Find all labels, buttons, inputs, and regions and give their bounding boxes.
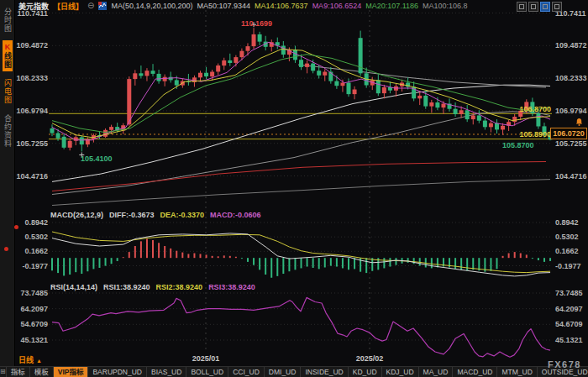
chart-pane-icon[interactable] bbox=[540, 2, 550, 12]
y-axis-label: 105.7255 bbox=[13, 139, 48, 148]
y-axis-label: 0.1662 bbox=[555, 247, 587, 255]
toolbar-tab-8[interactable]: INSIDE_UD bbox=[301, 367, 348, 377]
split-view-icon[interactable] bbox=[517, 2, 527, 12]
y-axis-label: 45.1321 bbox=[555, 336, 587, 344]
high-price-annotation: 110.1699 bbox=[241, 19, 272, 28]
toolbar-tab-2[interactable]: VIP指标 bbox=[54, 367, 89, 377]
y-axis-label: 109.4872 bbox=[555, 41, 587, 50]
expand-icon[interactable] bbox=[552, 2, 562, 12]
macd-dea-value: DEA:-0.3370 bbox=[160, 211, 205, 219]
notification-dot-icon bbox=[4, 247, 8, 251]
period-arrow-icon: ▲ bbox=[36, 358, 42, 364]
alert-bell-icon[interactable] bbox=[575, 115, 584, 130]
collapse-icon[interactable]: ⊖ bbox=[87, 2, 94, 10]
indicator-toolbar: ⊞指标模板VIP指标BARUPDN_UDBIAS_UDBOLL_UDCCI_UD… bbox=[0, 366, 588, 377]
y-axis-label: 54.6709 bbox=[555, 320, 587, 328]
y-axis-label: 45.1321 bbox=[13, 336, 48, 344]
y-axis-label: 108.2333 bbox=[555, 74, 587, 82]
rsi-panel-header: RSI(14,14,14)RSI1:38.9240RSI2:38.9240RSI… bbox=[50, 283, 261, 291]
y-axis-label: 73.7485 bbox=[13, 289, 48, 297]
toolbar-tab-1[interactable]: 模板 bbox=[30, 367, 54, 377]
ma-value-2: MA9:106.6524 bbox=[312, 2, 362, 10]
last-close-label: 105.8700 bbox=[502, 141, 534, 149]
x-axis-date-label: 2025/02 bbox=[356, 354, 384, 363]
toolbar-grid-icon[interactable]: ⊞ bbox=[0, 367, 7, 377]
toolbar-tab-11[interactable]: MA_UD bbox=[419, 367, 454, 377]
y-axis-label: 0.1662 bbox=[13, 247, 48, 255]
toolbar-tab-7[interactable]: DMI_UD bbox=[265, 367, 302, 377]
rsi2-value: RSI2:38.9240 bbox=[156, 283, 203, 291]
x-axis-row: 日线▲ 2025/012025/02 bbox=[15, 353, 588, 366]
y-axis-label: 0.5302 bbox=[13, 233, 48, 241]
macd-title: MACD(26,12,9) bbox=[50, 211, 103, 219]
symbol-title: 美元指数 bbox=[18, 1, 49, 12]
y-axis-label: 109.4872 bbox=[13, 41, 48, 50]
alert-dot-icon bbox=[14, 225, 18, 229]
chart-header: 美元指数 【日线】 ⊖ MA(50,14,9,20,100,200) MA50:… bbox=[18, 1, 472, 11]
rsi1-value: RSI1:38.9240 bbox=[103, 283, 150, 291]
y-axis-label: 0.8942 bbox=[13, 218, 48, 227]
chart-app: 分时图K线图闪电图合约资料 美元指数 【日线】 ⊖ MA(50,14,9,20,… bbox=[0, 0, 588, 377]
macd-macd-value: MACD:-0.0606 bbox=[210, 211, 261, 219]
rsi3-value: RSI3:38.9240 bbox=[208, 283, 255, 291]
ma-value-4: MA100:106.8 bbox=[423, 2, 468, 10]
toolbar-tab-5[interactable]: BOLL_UD bbox=[186, 367, 228, 377]
sidebar-item-1[interactable]: K线图 bbox=[3, 40, 13, 71]
ma-value-3: MA20:107.1186 bbox=[365, 2, 418, 10]
window-layout-icons bbox=[517, 2, 562, 12]
sidebar-item-2[interactable]: 闪电图 bbox=[3, 76, 13, 107]
macd-panel-header: MACD(26,12,9)DIFF:-0.3673DEA:-0.3370MACD… bbox=[50, 211, 267, 219]
chart-canvas bbox=[0, 0, 588, 377]
toolbar-tab-12[interactable]: MACD_UD bbox=[453, 367, 497, 377]
watermark: FX678 bbox=[548, 359, 581, 369]
macd-diff-value: DIFF:-0.3673 bbox=[109, 211, 155, 219]
period-selector[interactable]: 日线▲ bbox=[18, 354, 42, 365]
y-axis-label: 106.9794 bbox=[13, 107, 48, 115]
sidebar-item-0[interactable]: 分时图 bbox=[3, 5, 13, 35]
support-line-label: 105.8900 bbox=[509, 130, 551, 139]
y-axis-label: 0.8942 bbox=[555, 218, 587, 227]
y-axis-label: -0.1977 bbox=[13, 262, 48, 270]
ma-value-1: MA14:106.7637 bbox=[255, 2, 308, 10]
y-axis-label: -0.1977 bbox=[555, 262, 587, 270]
y-axis-label: 104.4716 bbox=[13, 172, 48, 181]
y-axis-label: 104.4716 bbox=[555, 172, 587, 181]
pane-icon[interactable] bbox=[528, 2, 538, 12]
toolbar-tab-4[interactable]: BIAS_UD bbox=[147, 367, 186, 377]
ma-legend-values: MA50:107.9344MA14:106.7637MA9:106.6524MA… bbox=[197, 2, 472, 10]
y-axis-label: 0.5302 bbox=[555, 233, 587, 241]
toolbar-tab-13[interactable]: MTM_UD bbox=[497, 367, 537, 377]
y-axis-label: 64.2097 bbox=[13, 305, 48, 313]
rsi-title: RSI(14,14,14) bbox=[50, 283, 97, 291]
y-axis-label: 105.7255 bbox=[555, 139, 587, 148]
low-price-annotation: 105.4100 bbox=[81, 154, 113, 163]
toolbar-tab-9[interactable]: KD_UD bbox=[349, 367, 382, 377]
toolbar-tab-3[interactable]: BARUPDN_UD bbox=[88, 367, 147, 377]
y-axis-label: 64.2097 bbox=[555, 305, 587, 313]
period-tag: 【日线】 bbox=[53, 1, 83, 12]
y-axis-label: 54.6709 bbox=[13, 320, 48, 328]
y-axis-label: 73.7485 bbox=[555, 289, 587, 297]
resistance-line-label: 106.8700 bbox=[509, 105, 551, 113]
left-sidebar: 分时图K线图闪电图合约资料 bbox=[0, 0, 15, 377]
toolbar-tab-6[interactable]: CCI_UD bbox=[228, 367, 265, 377]
y-axis-label: 106.9794 bbox=[555, 107, 587, 115]
toolbar-tab-10[interactable]: KDJ_UD bbox=[382, 367, 419, 377]
chart-type-icon[interactable] bbox=[98, 2, 107, 10]
x-axis-date-label: 2025/01 bbox=[192, 354, 220, 363]
toolbar-tab-0[interactable]: 指标 bbox=[7, 367, 30, 377]
sidebar-item-3[interactable]: 合约资料 bbox=[3, 112, 13, 150]
y-axis-label: 108.2333 bbox=[13, 74, 48, 82]
ma-value-0: MA50:107.9344 bbox=[197, 2, 251, 10]
ma-formula: MA(50,14,9,20,100,200) bbox=[111, 2, 192, 10]
